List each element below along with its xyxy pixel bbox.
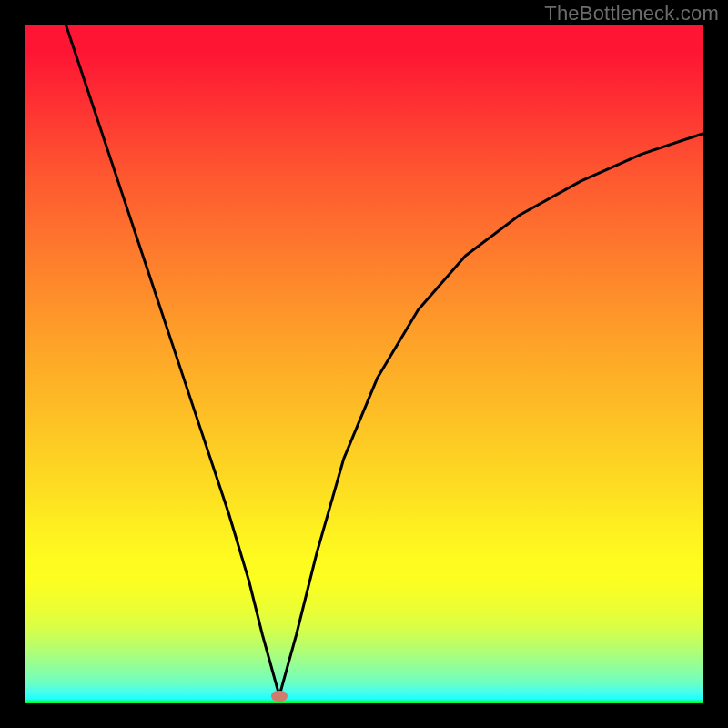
optimum-marker-icon <box>271 691 288 702</box>
chart-frame: TheBottleneck.com <box>0 0 728 728</box>
bottleneck-curve <box>25 25 703 703</box>
plot-area <box>25 25 703 703</box>
watermark-text: TheBottleneck.com <box>544 2 719 25</box>
